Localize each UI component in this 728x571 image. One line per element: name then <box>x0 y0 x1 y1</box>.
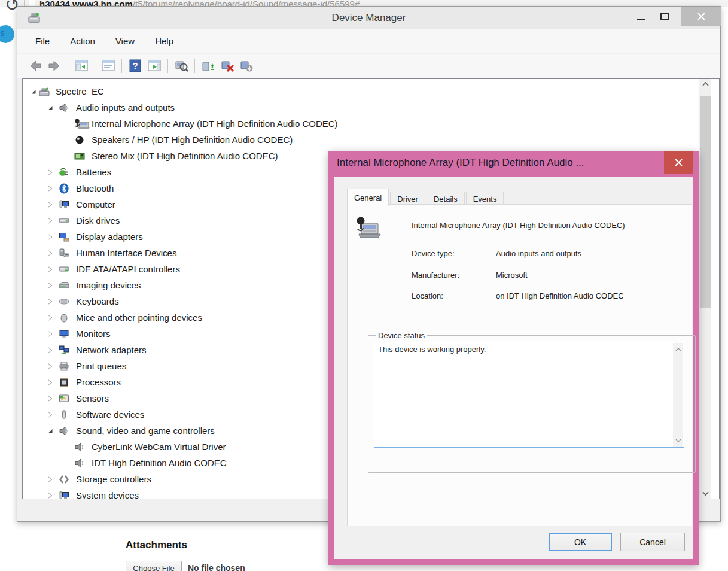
title-bar: Device Manager <box>17 7 720 29</box>
ok-button[interactable]: OK <box>549 533 612 551</box>
field-label: Location: <box>412 291 443 300</box>
tree-item-label[interactable]: Audio inputs and outputs <box>76 102 175 113</box>
file-input: Choose File No file chosen <box>126 561 245 571</box>
audio-device-icon <box>59 102 69 113</box>
tree-item-label[interactable]: IDT High Definition Audio CODEC <box>92 458 227 468</box>
tree-item-label[interactable]: Display adapters <box>76 232 143 242</box>
decorative-glyph: s <box>0 28 5 38</box>
expand-icon[interactable] <box>47 330 54 338</box>
expand-icon[interactable] <box>47 347 54 354</box>
tree-item-label[interactable]: IDE ATA/ATAPI controllers <box>76 264 180 274</box>
update-driver-icon[interactable] <box>200 58 216 74</box>
dialog-close-button[interactable] <box>664 151 693 174</box>
tree-item-label[interactable]: Sound, video and game controllers <box>76 426 215 436</box>
tree-item-internal-microphone-array-idt-high-definition-audio-codec[interactable]: Internal Microphone Array (IDT High Defi… <box>23 116 719 132</box>
tree-scrollbar[interactable] <box>699 79 711 499</box>
expand-icon[interactable] <box>47 411 54 418</box>
tree-item-label[interactable]: Internal Microphone Array (IDT High Defi… <box>92 119 338 129</box>
scrollbar-thumb[interactable] <box>700 96 711 308</box>
expand-icon[interactable] <box>47 379 54 386</box>
show-console-tree-icon[interactable] <box>74 58 89 74</box>
expand-icon[interactable] <box>47 250 54 257</box>
close-icon <box>674 158 683 167</box>
tree-item-label[interactable]: Monitors <box>76 329 111 339</box>
tree-item-label[interactable]: Disk drives <box>76 215 120 226</box>
tree-item-label[interactable]: Software devices <box>76 409 144 420</box>
toolbar-separator <box>121 59 122 73</box>
tree-item-label[interactable]: Computer <box>76 199 115 209</box>
expand-icon[interactable] <box>47 282 54 289</box>
textbox-scrollbar[interactable] <box>673 343 683 447</box>
scroll-up-icon[interactable] <box>673 344 683 354</box>
ide-controller-icon <box>59 264 69 275</box>
collapse-icon[interactable] <box>30 88 37 95</box>
back-icon[interactable] <box>28 58 43 74</box>
stereo-mix-icon <box>74 151 85 162</box>
tree-item-label[interactable]: System devices <box>76 490 139 499</box>
scroll-down-icon[interactable] <box>673 435 683 445</box>
forward-icon[interactable] <box>47 58 62 74</box>
audio-device-icon <box>74 458 85 469</box>
expand-icon[interactable] <box>47 201 54 208</box>
tree-item-label[interactable]: Imaging devices <box>76 280 141 290</box>
device-status-textbox[interactable]: This device is working properly. <box>374 342 684 448</box>
expand-icon[interactable] <box>47 492 54 499</box>
tree-item-label[interactable]: Keyboards <box>76 296 119 306</box>
expand-icon[interactable] <box>47 298 54 305</box>
tree-item-spectre-ec[interactable]: Spectre_EC <box>23 84 719 100</box>
menu-view[interactable]: View <box>112 34 138 48</box>
tree-item-label[interactable]: Speakers / HP (IDT High Definition Audio… <box>92 135 293 145</box>
field-value: Microsoft <box>496 271 528 280</box>
expand-icon[interactable] <box>47 266 54 273</box>
sensor-icon <box>59 393 69 404</box>
tree-item-label[interactable]: Network adapters <box>76 345 147 355</box>
tree-item-label[interactable]: Spectre_EC <box>56 86 104 96</box>
scroll-up-icon[interactable] <box>699 79 711 89</box>
minimize-button[interactable] <box>629 7 653 26</box>
menu-action[interactable]: Action <box>67 34 98 48</box>
expand-icon[interactable] <box>47 363 54 370</box>
scan-hardware-changes-icon[interactable] <box>173 58 189 74</box>
tree-item-label[interactable]: Batteries <box>76 167 111 177</box>
expand-icon[interactable] <box>47 169 54 176</box>
tree-item-label[interactable]: Bluetooth <box>76 183 114 193</box>
tab-general[interactable]: General <box>347 189 389 206</box>
bluetooth-icon <box>59 183 69 194</box>
maximize-button[interactable] <box>653 7 677 26</box>
show-action-pane-icon[interactable] <box>147 58 162 74</box>
scroll-down-icon[interactable] <box>699 488 711 499</box>
tree-item-label[interactable]: Processors <box>76 377 121 387</box>
collapse-icon[interactable] <box>47 427 54 435</box>
uninstall-device-icon[interactable] <box>220 58 235 74</box>
tree-item-label[interactable]: Print queues <box>76 361 126 371</box>
expand-icon[interactable] <box>47 395 54 402</box>
properties-icon[interactable] <box>100 58 116 74</box>
tree-item-audio-inputs-and-outputs[interactable]: Audio inputs and outputs <box>23 100 719 116</box>
expand-icon[interactable] <box>47 233 54 241</box>
expand-icon[interactable] <box>47 476 54 483</box>
tree-item-label[interactable]: CyberLink WebCam Virtual Driver <box>92 442 226 452</box>
computer-system-icon <box>38 86 50 97</box>
menu-file[interactable]: File <box>32 34 53 48</box>
field-label: Device type: <box>412 249 455 258</box>
collapse-icon[interactable] <box>47 104 54 111</box>
expand-icon[interactable] <box>47 314 54 321</box>
device-properties-dialog: Internal Microphone Array (IDT High Defi… <box>328 151 699 565</box>
expand-icon[interactable] <box>47 185 54 192</box>
choose-file-button[interactable]: Choose File <box>126 561 182 571</box>
tree-item-label[interactable]: Stereo Mix (IDT High Definition Audio CO… <box>92 151 278 161</box>
monitor-icon <box>59 329 69 339</box>
tree-item-label[interactable]: Sensors <box>76 393 109 403</box>
field-value: Audio inputs and outputs <box>496 249 581 258</box>
help-icon[interactable]: ? <box>127 58 143 74</box>
add-legacy-hardware-icon[interactable] <box>239 58 254 74</box>
tree-item-label[interactable]: Human Interface Devices <box>76 248 176 258</box>
cancel-button[interactable]: Cancel <box>620 533 685 551</box>
expand-icon[interactable] <box>47 217 54 224</box>
tree-item-speakers-hp-idt-high-definition-audio-codec[interactable]: Speakers / HP (IDT High Definition Audio… <box>23 132 719 148</box>
close-button[interactable] <box>681 7 721 26</box>
software-device-icon <box>59 409 69 420</box>
tree-item-label[interactable]: Storage controllers <box>76 474 151 484</box>
tree-item-label[interactable]: Mice and other pointing devices <box>76 312 202 323</box>
menu-help[interactable]: Help <box>152 34 176 48</box>
